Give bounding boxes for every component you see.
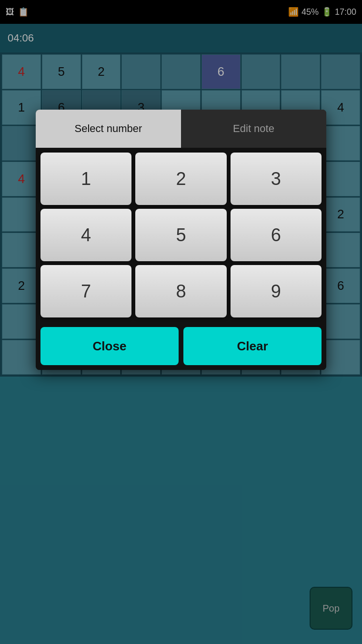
num-btn-6[interactable]: 6 xyxy=(231,209,322,261)
number-grid: 1 2 3 4 5 6 7 8 9 xyxy=(36,148,326,322)
num-btn-4[interactable]: 4 xyxy=(40,209,131,261)
num-btn-7[interactable]: 7 xyxy=(40,265,131,317)
tab-select-number[interactable]: Select number xyxy=(36,110,181,148)
num-btn-8[interactable]: 8 xyxy=(135,265,226,317)
num-btn-3[interactable]: 3 xyxy=(231,153,322,205)
modal-tabs: Select number Edit note xyxy=(36,110,326,148)
tab-edit-note[interactable]: Edit note xyxy=(181,110,326,148)
num-btn-9[interactable]: 9 xyxy=(231,265,322,317)
modal-actions: Close Clear xyxy=(36,322,326,370)
clear-button[interactable]: Clear xyxy=(183,327,322,365)
num-btn-2[interactable]: 2 xyxy=(135,153,226,205)
close-button[interactable]: Close xyxy=(40,327,179,365)
number-picker-modal: Select number Edit note 1 2 3 4 5 6 7 8 … xyxy=(36,110,326,370)
num-btn-5[interactable]: 5 xyxy=(135,209,226,261)
modal-overlay: Select number Edit note 1 2 3 4 5 6 7 8 … xyxy=(0,0,362,644)
num-btn-1[interactable]: 1 xyxy=(40,153,131,205)
